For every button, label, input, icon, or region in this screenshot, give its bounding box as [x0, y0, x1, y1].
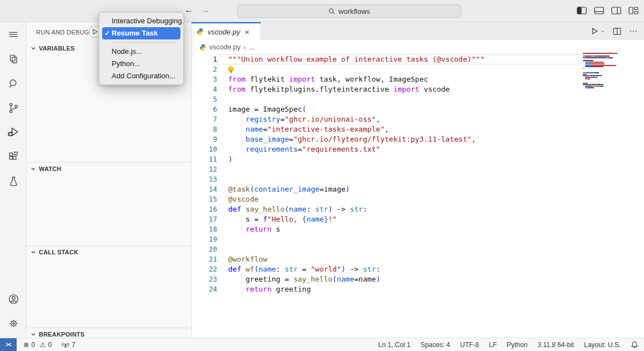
- code-line: 20: [192, 244, 644, 254]
- ports-status[interactable]: 7: [62, 341, 76, 349]
- command-center-search[interactable]: workflows: [237, 4, 461, 18]
- sidebar-title: RUN AND DEBUG: [36, 29, 89, 36]
- breakpoints-section-header[interactable]: BREAKPOINTS: [27, 328, 191, 338]
- line-number: 22: [192, 264, 217, 274]
- status-line-col[interactable]: Ln 1, Col 1: [378, 341, 410, 349]
- menu-item-resume-task[interactable]: ✓ Resume Task: [102, 27, 180, 39]
- toggle-panel-icon[interactable]: [594, 7, 604, 14]
- line-number: 7: [192, 114, 217, 124]
- code-line: 1"""Union workflow example of interactiv…: [192, 54, 644, 64]
- search-view-icon[interactable]: [0, 71, 27, 96]
- line-number: 12: [192, 164, 217, 174]
- menu-item-interactive-debugging[interactable]: Interactive Debugging: [99, 15, 183, 27]
- debug-configuration-menu: Interactive Debugging ✓ Resume Task Node…: [99, 12, 184, 85]
- code-line: 13: [192, 174, 644, 184]
- line-number: 6: [192, 104, 217, 114]
- code-line: 12: [192, 164, 644, 174]
- line-number: 19: [192, 234, 217, 244]
- command-center-text: workflows: [338, 7, 370, 16]
- line-number: 1: [192, 54, 217, 64]
- line-number: 13: [192, 174, 217, 184]
- chevron-down-icon: [30, 166, 37, 172]
- search-icon: [328, 8, 335, 15]
- split-editor-icon[interactable]: [613, 28, 621, 35]
- watch-section: WATCH: [27, 162, 191, 245]
- toggle-secondary-sidebar-icon[interactable]: [611, 7, 621, 14]
- line-number: 14: [192, 184, 217, 194]
- menu-icon[interactable]: [0, 22, 27, 47]
- extensions-icon[interactable]: [0, 144, 27, 169]
- back-icon[interactable]: ←: [182, 4, 195, 16]
- line-number: 21: [192, 254, 217, 264]
- indent-guide: [242, 274, 242, 294]
- check-icon: ✓: [104, 27, 110, 39]
- code-line: 21@workflow: [192, 254, 644, 264]
- accounts-icon[interactable]: [0, 287, 27, 311]
- chevron-down-icon: [30, 45, 37, 52]
- code-line: 18 return s: [192, 224, 644, 234]
- line-number: 20: [192, 244, 217, 254]
- more-actions-icon[interactable]: ⋯: [629, 26, 637, 36]
- status-bar: >< ⊗ 0 ⚠ 0 7 Ln 1, Col 1 Spaces: 4 UTF-8…: [0, 338, 644, 351]
- customize-layout-icon[interactable]: [628, 7, 638, 14]
- testing-icon[interactable]: [0, 169, 27, 193]
- line-number: 10: [192, 144, 217, 154]
- line-number: 15: [192, 194, 217, 204]
- code-line: 5: [192, 94, 644, 104]
- indent-guide: [242, 214, 242, 234]
- status-language[interactable]: Python: [507, 341, 527, 349]
- menu-item-nodejs[interactable]: Node.js...: [99, 46, 183, 58]
- code-line: 23 greeting = say_hello(name=name): [192, 274, 644, 284]
- minimap[interactable]: [583, 53, 621, 89]
- toggle-sidebar-icon[interactable]: [577, 7, 587, 14]
- settings-gear-icon[interactable]: [0, 311, 27, 335]
- code-line: 2: [192, 64, 644, 74]
- close-tab-icon[interactable]: ×: [245, 27, 250, 37]
- status-eol[interactable]: LF: [489, 341, 497, 349]
- line-number: 9: [192, 134, 217, 144]
- chevron-down-icon: [30, 249, 37, 255]
- breadcrumb-symbol[interactable]: ...: [249, 43, 254, 51]
- status-indentation[interactable]: Spaces: 4: [420, 341, 450, 349]
- breadcrumb-file[interactable]: vscode.py: [209, 43, 240, 51]
- status-keyboard-layout[interactable]: Layout: U.S.: [584, 341, 621, 349]
- chevron-down-icon: [30, 331, 37, 338]
- run-and-debug-icon[interactable]: [0, 120, 27, 144]
- activity-bar: [0, 22, 27, 338]
- explorer-icon[interactable]: [0, 47, 27, 71]
- menu-item-python[interactable]: Python...: [99, 58, 183, 70]
- ports-count: 7: [72, 341, 76, 349]
- code-line: 16def say_hello(name: str) -> str:: [192, 204, 644, 214]
- python-file-icon: [197, 28, 204, 36]
- status-python-version[interactable]: 3.11.8 64-bit: [537, 341, 574, 349]
- breakpoints-section: BREAKPOINTS: [27, 328, 191, 338]
- tab-vscode-py[interactable]: vscode.py ×: [192, 22, 261, 40]
- forward-icon[interactable]: →: [199, 4, 212, 16]
- error-count: 0: [31, 341, 35, 349]
- line-number: 5: [192, 94, 217, 104]
- line-number: 8: [192, 124, 217, 134]
- call-stack-section-header[interactable]: CALL STACK: [27, 246, 191, 258]
- line-number: 23: [192, 274, 217, 284]
- code-editor[interactable]: 1"""Union workflow example of interactiv…: [192, 54, 644, 294]
- remote-indicator-button[interactable]: ><: [0, 338, 17, 351]
- source-control-icon[interactable]: [0, 96, 27, 120]
- editor-tab-bar: vscode.py × ⋯: [192, 22, 644, 40]
- warning-count: 0: [48, 341, 52, 349]
- title-bar: ← → workflows: [0, 0, 644, 22]
- menu-separator: [112, 42, 177, 43]
- warning-icon: ⚠: [39, 340, 46, 349]
- tab-label: vscode.py: [208, 28, 240, 36]
- watch-section-header[interactable]: WATCH: [27, 163, 191, 175]
- code-line: 19: [192, 234, 644, 244]
- run-python-file-icon[interactable]: [591, 27, 605, 35]
- line-number: 4: [192, 84, 217, 94]
- status-encoding[interactable]: UTF-8: [460, 341, 479, 349]
- notifications-bell-icon[interactable]: [631, 341, 638, 348]
- problems-status[interactable]: ⊗ 0 ⚠ 0: [23, 340, 52, 349]
- radio-tower-icon: [62, 342, 69, 348]
- menu-item-add-configuration[interactable]: Add Configuration...: [99, 70, 183, 82]
- line-number: 2: [192, 64, 217, 74]
- python-file-icon: [199, 44, 207, 51]
- line-number: 3: [192, 74, 217, 84]
